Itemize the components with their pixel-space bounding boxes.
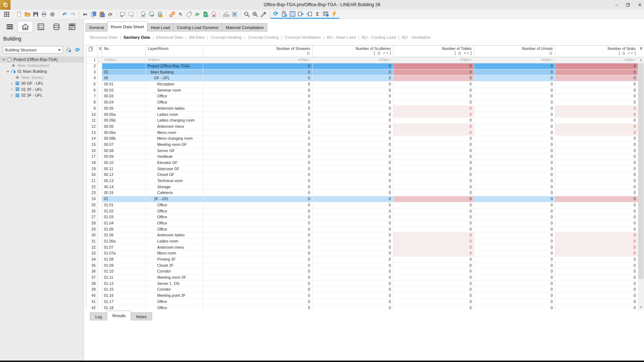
cell-room[interactable]: Project (Office-Bsp-TGA): [146, 63, 203, 69]
cell-urinals[interactable]: 0: [474, 112, 555, 118]
cell-no[interactable]: 00.12: [102, 172, 146, 178]
copy-icon[interactable]: [90, 11, 97, 18]
sub-tab-ba-data[interactable]: BA Data: [187, 35, 207, 39]
cell-urinals[interactable]: 0: [474, 209, 555, 214]
cell-no[interactable]: 01.17: [102, 299, 146, 305]
cell-showers[interactable]: 0: [203, 172, 313, 178]
cell-sinks[interactable]: 0: [555, 269, 638, 274]
cell-sinks[interactable]: 0: [555, 263, 638, 269]
close-button[interactable]: ✕: [638, 2, 642, 8]
cell-toilets[interactable]: 0: [393, 172, 474, 178]
cell-no[interactable]: 00.03: [102, 93, 146, 99]
cell-sculleries[interactable]: 0: [313, 220, 393, 226]
cell-sinks[interactable]: 0: [555, 305, 638, 310]
column-header-sinks[interactable]: Number of Sinks[ ✓✓ ]: [555, 46, 638, 57]
refresh-tree-button[interactable]: ⟳: [74, 46, 81, 54]
cell-et[interactable]: [97, 112, 102, 118]
cell-et[interactable]: [97, 220, 102, 226]
cell-urinals[interactable]: 0: [474, 88, 555, 93]
cell-room[interactable]: 2F - UFL: [146, 196, 203, 202]
cell-sculleries[interactable]: 0: [313, 178, 393, 184]
filter-cell-et[interactable]: [97, 57, 102, 63]
sidebar-tab-building[interactable]: [17, 21, 33, 32]
cell-urinals[interactable]: 0: [474, 75, 555, 81]
new-document-icon[interactable]: [15, 11, 23, 18]
sub-tab-concept-heating[interactable]: Concept Heating: [208, 35, 244, 39]
cell-no[interactable]: 00.05b: [102, 118, 146, 123]
cell-no[interactable]: 00.07: [102, 142, 146, 148]
cell-showers[interactable]: 0: [203, 154, 313, 160]
cell-no[interactable]: 01: [102, 196, 146, 202]
cell-showers[interactable]: 0: [203, 112, 313, 118]
cell-urinals[interactable]: 0: [474, 257, 555, 262]
redo-icon[interactable]: ↷: [69, 11, 77, 18]
cell-urinals[interactable]: 0: [474, 154, 555, 160]
cell-et[interactable]: [97, 281, 102, 287]
sub-tab-bu-heat-load[interactable]: BU - Heat Load: [324, 35, 358, 39]
cell-showers[interactable]: 0: [203, 124, 313, 130]
cell-urinals[interactable]: 0: [474, 251, 555, 256]
cell-room[interactable]: Office: [146, 305, 203, 310]
cell-room[interactable]: Meeting room 2F: [146, 275, 203, 281]
cell-toilets[interactable]: 0: [393, 209, 474, 214]
cell-urinals[interactable]: 0: [474, 281, 555, 287]
cell-sinks[interactable]: 0: [555, 154, 638, 160]
cell-et[interactable]: [97, 227, 102, 232]
cell-toilets[interactable]: 0: [393, 130, 474, 136]
cell-sinks[interactable]: 0: [555, 251, 638, 256]
cell-sculleries[interactable]: 0: [313, 239, 393, 244]
zoom-region-icon[interactable]: [251, 11, 259, 18]
cell-showers[interactable]: 0: [203, 245, 313, 251]
cell-sinks[interactable]: 0: [555, 142, 638, 148]
cell-showers[interactable]: 0: [203, 166, 313, 172]
pages-icon[interactable]: [86, 46, 97, 57]
cell-sculleries[interactable]: 0: [313, 263, 393, 269]
cell-showers[interactable]: 0: [203, 202, 313, 208]
cell-sinks[interactable]: 0: [555, 196, 638, 202]
cell-sinks[interactable]: 0: [555, 202, 638, 208]
undo-icon[interactable]: ↶: [61, 11, 68, 18]
cell-sculleries[interactable]: 0: [313, 124, 393, 130]
cell-sculleries[interactable]: 0: [313, 209, 393, 214]
link-icon[interactable]: [168, 11, 176, 18]
cell-room[interactable]: Corridor: [146, 287, 203, 292]
building-settings-icon[interactable]: [280, 10, 288, 17]
column-header-room[interactable]: Layer/Room: [146, 46, 203, 57]
cell-no[interactable]: 01.02: [102, 209, 146, 214]
cell-sculleries[interactable]: 0: [313, 142, 393, 148]
cell-no[interactable]: 00.06b: [102, 136, 146, 142]
cell-sculleries[interactable]: 0: [313, 148, 393, 154]
cell-sinks[interactable]: 0: [555, 239, 638, 244]
cell-et[interactable]: [97, 209, 102, 214]
cell-showers[interactable]: 0: [203, 281, 313, 287]
paste-icon[interactable]: [98, 11, 106, 18]
cell-et[interactable]: [97, 190, 102, 196]
cell-sculleries[interactable]: 0: [313, 281, 393, 287]
cell-toilets[interactable]: 0: [393, 275, 474, 281]
cell-sinks[interactable]: 0: [555, 293, 638, 299]
cell-et[interactable]: [97, 160, 102, 166]
cell-toilets[interactable]: 0: [393, 106, 474, 111]
cell-urinals[interactable]: 0: [474, 293, 555, 299]
cell-et[interactable]: [97, 124, 102, 130]
cell-toilets[interactable]: 0: [393, 251, 474, 256]
cell-sinks[interactable]: 0: [555, 112, 638, 118]
cell-sculleries[interactable]: 0: [313, 81, 393, 87]
tab-cooling-load-dynamic[interactable]: Cooling Load Dynamic: [173, 23, 222, 31]
filter-cell-sinks[interactable]: <Filter>: [555, 57, 638, 63]
cell-sculleries[interactable]: 0: [313, 305, 393, 310]
cell-room[interactable]: Office: [146, 214, 203, 220]
tree-item[interactable]: 01 2F - UFL: [0, 87, 84, 93]
cell-urinals[interactable]: 0: [474, 299, 555, 305]
cell-no[interactable]: 00.09: [102, 154, 146, 160]
tag-settings-button[interactable]: [65, 46, 72, 54]
cell-room[interactable]: Meeting point 2F: [146, 293, 203, 299]
calculator-icon[interactable]: [156, 11, 164, 18]
cell-room[interactable]: Ladies changing room: [146, 118, 203, 123]
cell-no[interactable]: 01.06a: [102, 239, 146, 244]
selection-off-icon[interactable]: [231, 11, 238, 18]
cell-et[interactable]: [97, 245, 102, 251]
cell-room[interactable]: Main Building: [146, 70, 203, 75]
cell-showers[interactable]: 0: [203, 196, 313, 202]
cell-toilets[interactable]: 0: [393, 263, 474, 269]
